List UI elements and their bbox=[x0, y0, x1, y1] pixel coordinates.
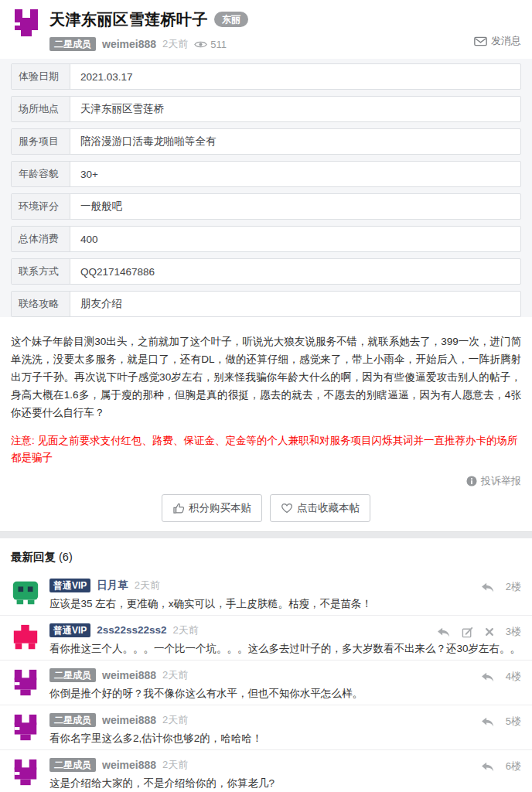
comment-text: 你倒是推个好的呀？我不像你这么有水平，但也不知你水平怎么样。 bbox=[49, 686, 521, 701]
field-value: 400 bbox=[70, 227, 520, 251]
post-header: 天津东丽区雪莲桥叶子 东丽 二星成员 weimei888 2天前 511 发消息 bbox=[0, 0, 532, 59]
commenter-username[interactable]: weimei888 bbox=[102, 759, 156, 771]
field-label: 联络攻略 bbox=[12, 292, 70, 316]
field-value: 一般般吧 bbox=[70, 194, 520, 219]
field-row-experience-date: 体验日期 2021.03.17 bbox=[11, 63, 521, 90]
comment-text: 这是介绍给大家的，不是介绍给你的，你算老几? bbox=[49, 776, 521, 790]
comment-text: 应该是35 左右，更准确，x确实可以，手上皮肤糙。枯瘦，不是苗条！ bbox=[49, 596, 521, 611]
field-label: 联系方式 bbox=[12, 259, 70, 284]
report-link[interactable]: 投诉举报 bbox=[466, 474, 521, 488]
commenter-username[interactable]: weimei888 bbox=[102, 714, 156, 726]
comment-row: 二星成员 weimei888 2天前 你倒是推个好的呀？我不像你这么有水平，但也… bbox=[0, 661, 532, 705]
post-time: 2天前 bbox=[162, 37, 188, 51]
field-label: 总体消费 bbox=[12, 227, 70, 251]
comment-time: 2天前 bbox=[162, 713, 188, 727]
comment-text: 看你推这三个人。。。一个比一个坑。。。这么多去过叶子的，多大岁数看不出来么？还3… bbox=[49, 641, 521, 656]
floor-label: 6楼 bbox=[506, 760, 521, 773]
field-label: 年龄容貌 bbox=[12, 162, 70, 186]
field-row-environment: 环境评分 一般般吧 bbox=[11, 193, 521, 220]
field-value: 2021.03.17 bbox=[70, 64, 520, 89]
replies-title-text: 最新回复 bbox=[11, 551, 56, 563]
member-level-badge: 二星成员 bbox=[49, 713, 96, 727]
commenter-avatar[interactable] bbox=[11, 668, 40, 698]
comment-row: 普通VIP 日月草 2天前 应该是35 左右，更准确，x确实可以，手上皮肤糙。枯… bbox=[0, 571, 532, 616]
reply-icon[interactable] bbox=[481, 717, 494, 727]
thumbs-up-icon bbox=[172, 502, 185, 514]
buy-post-label: 积分购买本贴 bbox=[189, 501, 251, 515]
field-label: 体验日期 bbox=[12, 64, 70, 89]
replies-header: 最新回复 (6) bbox=[0, 538, 532, 571]
author-username[interactable]: weimei888 bbox=[102, 38, 156, 50]
field-label: 服务项目 bbox=[12, 129, 70, 154]
heart-icon bbox=[281, 503, 293, 514]
commenter-avatar[interactable] bbox=[11, 713, 40, 742]
page-title: 天津东丽区雪莲桥叶子 bbox=[49, 9, 208, 30]
field-value: QQ2171467886 bbox=[70, 259, 520, 284]
author-avatar[interactable] bbox=[11, 8, 42, 39]
comment-text: 看你名字里这么多2,估计你也够2的，哈哈哈！ bbox=[49, 731, 521, 746]
post-body-text: 这个妹子年龄目测30出头，之前就加了这个叶子，听说光大狼友说服务不错，就联系她去… bbox=[0, 323, 532, 422]
field-row-contact: 联系方式 QQ2171467886 bbox=[11, 258, 521, 285]
member-level-badge: 普通VIP bbox=[49, 579, 90, 592]
floor-label: 2楼 bbox=[506, 580, 521, 594]
delete-icon[interactable] bbox=[485, 627, 494, 637]
commenter-username[interactable]: 日月草 bbox=[97, 579, 128, 592]
favorite-post-label: 点击收藏本帖 bbox=[297, 501, 360, 515]
comment-row: 二星成员 weimei888 2天前 这是介绍给大家的，不是介绍给你的，你算老几… bbox=[0, 750, 532, 792]
commenter-avatar[interactable] bbox=[11, 758, 40, 787]
floor-label: 3楼 bbox=[506, 625, 521, 639]
commenter-avatar[interactable] bbox=[11, 623, 40, 653]
view-count: 511 bbox=[194, 39, 227, 50]
field-value: 朋友介绍 bbox=[70, 292, 520, 316]
reply-icon[interactable] bbox=[481, 582, 494, 592]
send-message-button[interactable]: 发消息 bbox=[474, 34, 521, 48]
commenter-avatar[interactable] bbox=[11, 579, 40, 608]
floor-label: 5楼 bbox=[506, 715, 521, 729]
favorite-post-button[interactable]: 点击收藏本帖 bbox=[270, 494, 370, 522]
comment-time: 2天前 bbox=[135, 579, 160, 592]
report-label: 投诉举报 bbox=[481, 474, 521, 488]
field-row-services: 服务项目 陪浴漫游口活毒龙啪啪等全有 bbox=[11, 128, 521, 155]
eye-icon bbox=[194, 40, 207, 49]
envelope-icon bbox=[474, 36, 487, 46]
field-label: 环境评分 bbox=[12, 194, 70, 219]
member-level-badge: 二星成员 bbox=[49, 37, 96, 51]
comment-row: 二星成员 weimei888 2天前 看你名字里这么多2,估计你也够2的，哈哈哈… bbox=[0, 705, 532, 750]
reply-icon[interactable] bbox=[481, 672, 494, 682]
comment-time: 2天前 bbox=[162, 758, 188, 772]
field-row-total-cost: 总体消费 400 bbox=[11, 226, 521, 252]
comment-time: 2天前 bbox=[172, 623, 198, 637]
field-row-location: 场所地点 天津东丽区雪莲桥 bbox=[11, 96, 521, 122]
buy-post-button[interactable]: 积分购买本贴 bbox=[162, 494, 262, 522]
edit-icon[interactable] bbox=[462, 626, 473, 638]
info-icon bbox=[466, 476, 477, 486]
reply-icon[interactable] bbox=[481, 762, 494, 772]
comment-row: 普通VIP 2ss22ss22ss2 2天前 看你推这三个人。。。一个比一个坑。… bbox=[0, 616, 532, 661]
floor-label: 4楼 bbox=[506, 670, 521, 684]
comment-time: 2天前 bbox=[162, 668, 188, 682]
replies-count: (6) bbox=[59, 551, 73, 563]
field-row-contact-strategy: 联络攻略 朋友介绍 bbox=[11, 291, 521, 317]
view-count-value: 511 bbox=[210, 39, 227, 50]
reply-icon[interactable] bbox=[437, 627, 450, 637]
member-level-badge: 二星成员 bbox=[49, 758, 96, 772]
send-message-label: 发消息 bbox=[491, 34, 521, 48]
member-level-badge: 普通VIP bbox=[49, 623, 90, 637]
review-fields: 体验日期 2021.03.17 场所地点 天津东丽区雪莲桥 服务项目 陪浴漫游口… bbox=[0, 59, 532, 317]
field-value: 30+ bbox=[70, 162, 520, 186]
field-row-age-looks: 年龄容貌 30+ bbox=[11, 161, 521, 187]
member-level-badge: 二星成员 bbox=[49, 668, 96, 682]
commenter-username[interactable]: 2ss22ss22ss2 bbox=[97, 624, 166, 636]
field-value: 天津东丽区雪莲桥 bbox=[70, 97, 520, 121]
commenter-username[interactable]: weimei888 bbox=[102, 669, 156, 681]
scam-warning-text: 注意: 见面之前要求支付红包、路费、保证金、定金等的个人兼职和对服务项目闪烁其词… bbox=[0, 422, 532, 466]
section-divider bbox=[0, 531, 532, 538]
field-value: 陪浴漫游口活毒龙啪啪等全有 bbox=[70, 129, 520, 154]
region-badge: 东丽 bbox=[214, 12, 248, 27]
field-label: 场所地点 bbox=[12, 97, 70, 121]
